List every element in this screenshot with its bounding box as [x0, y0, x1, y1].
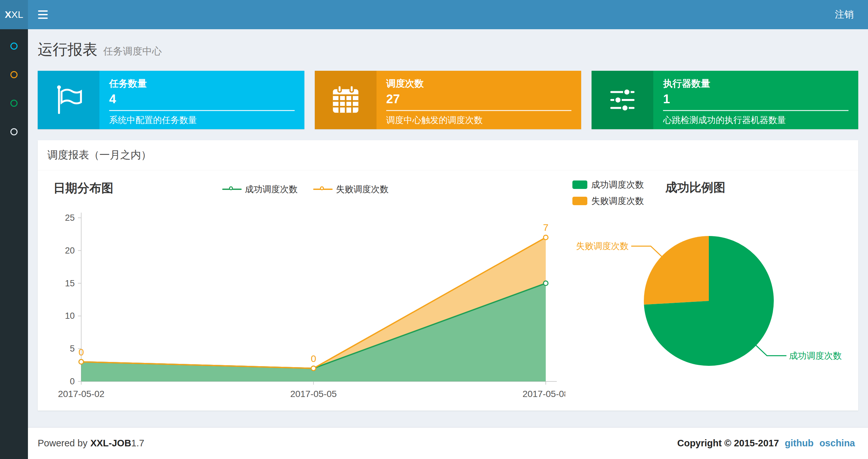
product-name: XXL-JOB: [90, 438, 131, 448]
legend-item-fail[interactable]: 失败调度次数: [313, 184, 389, 195]
svg-text:0: 0: [70, 376, 75, 386]
pie-chart-title: 成功比例图: [665, 175, 725, 196]
svg-text:7: 7: [543, 222, 549, 233]
flag-icon: [53, 84, 85, 116]
info-box-value: 4: [109, 92, 294, 106]
page-title: 运行报表: [38, 40, 97, 60]
legend-label: 失败调度次数: [591, 195, 644, 207]
pie-legend-item-fail[interactable]: 失败调度次数: [572, 195, 644, 207]
line-series-marker-icon: [222, 186, 242, 192]
pie-chart-legend: 成功调度次数 失败调度次数: [572, 175, 644, 207]
circle-icon: [10, 128, 18, 135]
legend-label: 成功调度次数: [245, 184, 298, 195]
info-box-label: 调度次数: [386, 77, 572, 90]
oschina-link[interactable]: oschina: [819, 438, 855, 449]
sidebar-item-4[interactable]: [0, 118, 28, 146]
info-box-triggers: 调度次数 27 调度中心触发的调度次数: [315, 71, 582, 129]
svg-text:2017-05-08: 2017-05-08: [522, 389, 565, 399]
circle-icon: [10, 100, 18, 107]
sidebar-item-1[interactable]: [0, 32, 28, 60]
top-navbar: XXL 注销: [0, 0, 868, 29]
sliders-icon: [607, 84, 638, 116]
info-box-row: 任务数量 4 系统中配置的任务数量: [38, 71, 858, 129]
line-chart-title: 日期分布图: [53, 180, 113, 196]
page-subtitle: 任务调度中心: [103, 45, 162, 58]
powered-by: Powered byXXL-JOB1.7: [38, 438, 147, 449]
svg-text:10: 10: [65, 311, 75, 321]
sidebar-toggle-button[interactable]: [28, 0, 58, 29]
panel-title: 调度报表（一月之内）: [38, 140, 858, 170]
info-box-label: 任务数量: [109, 77, 294, 90]
divider: [386, 110, 572, 111]
color-swatch-icon: [572, 181, 587, 189]
legend-item-success[interactable]: 成功调度次数: [222, 184, 298, 195]
svg-text:0: 0: [79, 347, 84, 357]
legend-label: 失败调度次数: [336, 184, 389, 195]
svg-text:25: 25: [65, 213, 75, 223]
sidebar-item-3[interactable]: [0, 89, 28, 118]
line-chart-legend: 成功调度次数 失败调度次数: [45, 175, 565, 195]
github-link[interactable]: github: [785, 438, 814, 449]
logout-link[interactable]: 注销: [835, 8, 854, 21]
info-box-description: 调度中心触发的调度次数: [386, 114, 572, 126]
svg-text:失败调度次数: 失败调度次数: [576, 241, 628, 251]
info-box-value: 27: [386, 92, 572, 106]
svg-text:2017-05-02: 2017-05-02: [58, 389, 104, 399]
logo-text-bold: X: [5, 9, 11, 20]
divider: [109, 110, 294, 111]
pie-chart-svg: 失败调度次数成功调度次数: [572, 207, 848, 375]
sidebar-nav: [0, 29, 28, 459]
logo-text: XL: [11, 9, 23, 20]
main-content: 运行报表 任务调度中心 任务数量 4 系统中配置的任务数量: [28, 29, 868, 427]
info-box-jobs: 任务数量 4 系统中配置的任务数量: [38, 71, 304, 129]
pie-legend-item-success[interactable]: 成功调度次数: [572, 179, 644, 191]
color-swatch-icon: [572, 197, 587, 205]
page-footer: Powered byXXL-JOB1.7 Copyright © 2015-20…: [28, 427, 868, 459]
app-logo[interactable]: XXL: [0, 0, 28, 29]
navbar-bar: 注销: [28, 0, 868, 29]
line-series-marker-icon: [313, 186, 333, 192]
hamburger-icon: [38, 10, 48, 12]
success-ratio-chart: 成功调度次数 失败调度次数 成功比例图 失败调度次数成功调度次数: [565, 175, 850, 404]
info-box-description: 心跳检测成功的执行器机器数量: [663, 114, 848, 126]
svg-text:2017-05-05: 2017-05-05: [290, 389, 337, 399]
charts-row: 日期分布图 成功调度次数: [38, 170, 858, 411]
circle-icon: [10, 42, 18, 50]
info-box-description: 系统中配置的任务数量: [109, 114, 294, 126]
report-panel: 调度报表（一月之内） 日期分布图 成功调度次数: [38, 140, 858, 411]
circle-icon: [10, 71, 18, 78]
date-distribution-chart: 日期分布图 成功调度次数: [45, 175, 565, 404]
copyright-text: Copyright © 2015-2017: [677, 438, 779, 449]
divider: [663, 110, 848, 111]
legend-label: 成功调度次数: [591, 179, 644, 191]
svg-text:15: 15: [65, 278, 75, 288]
svg-text:20: 20: [65, 246, 75, 256]
calendar-icon: [330, 84, 362, 116]
info-box-executors: 执行器数量 1 心跳检测成功的执行器机器数量: [592, 71, 858, 129]
sidebar-item-2[interactable]: [0, 60, 28, 89]
info-box-value: 1: [663, 92, 848, 106]
line-chart-svg: 05101520252017-05-022017-05-052017-05-08…: [45, 203, 565, 404]
product-version: 1.7: [131, 438, 144, 448]
info-box-label: 执行器数量: [663, 77, 848, 90]
svg-text:5: 5: [70, 344, 75, 354]
content-header: 运行报表 任务调度中心: [38, 40, 858, 60]
svg-text:成功调度次数: 成功调度次数: [789, 351, 842, 361]
svg-text:0: 0: [311, 353, 316, 364]
